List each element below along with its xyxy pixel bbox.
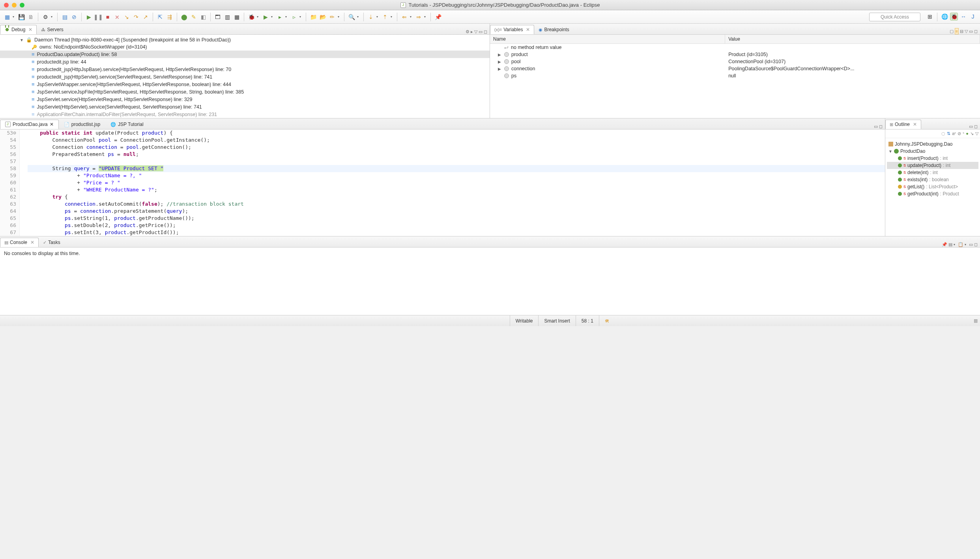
stack-frame-row[interactable]: ≡ApplicationFilterChain.internalDoFilter… xyxy=(0,111,490,118)
close-icon[interactable]: ✕ xyxy=(50,122,54,127)
drop-to-frame-button[interactable]: ⇱ xyxy=(156,13,164,21)
java-ee-perspective-button[interactable]: 🌐 xyxy=(941,13,948,21)
collapse-all-icon[interactable]: ⊟ xyxy=(960,29,963,34)
minimize-window-button[interactable] xyxy=(12,3,17,8)
stack-frame-row[interactable]: ≡JspServlet.service(HttpServletRequest, … xyxy=(0,96,490,103)
stack-frame-row[interactable]: ≡JspServletWrapper.service(HttpServletRe… xyxy=(0,81,490,88)
new-package-button[interactable]: 📁 xyxy=(309,13,317,21)
console-tab[interactable]: ▤ Console ✕ xyxy=(0,238,39,247)
outline-class[interactable]: ▼ ProductDao xyxy=(887,148,978,155)
step-return-button[interactable]: ↗ xyxy=(142,13,150,21)
sort-alpha-icon[interactable]: aᶻ xyxy=(952,131,956,136)
run-on-server-button[interactable]: ▹ xyxy=(290,13,298,21)
maximize-icon[interactable]: ◻ xyxy=(974,124,978,129)
close-window-button[interactable] xyxy=(4,3,9,8)
search-button[interactable]: 🔍 xyxy=(348,13,355,21)
new-class-button[interactable]: 📂 xyxy=(319,13,327,21)
skip-breakpoints-button[interactable]: ⊘ xyxy=(70,13,78,21)
stack-frame-row[interactable]: ≡productedit_jsp(HttpJspBase).service(Ht… xyxy=(0,66,490,73)
code-editor[interactable]: 53⊖5455565758596061626364656667 public s… xyxy=(0,129,885,236)
build-button[interactable]: ⚙ xyxy=(41,13,49,21)
minimize-icon[interactable]: ▭ xyxy=(874,124,878,129)
mark-button[interactable]: ✎ xyxy=(190,13,198,21)
expand-icon[interactable]: ▼ xyxy=(20,38,24,42)
debug-toolbar-icon[interactable]: ▸ xyxy=(471,29,473,34)
outline-method[interactable]: Sexists(int) : boolean xyxy=(887,176,978,183)
stack-frame-row[interactable]: ≡productedit.jsp line: 44 xyxy=(0,58,490,66)
servers-tab[interactable]: 🖧 Servers xyxy=(37,25,67,34)
toggle-button[interactable]: ◧ xyxy=(199,13,207,21)
editor-tab[interactable]: 🌐 JSP Tutorial xyxy=(105,120,148,129)
debug-tab[interactable]: Debug ✕ xyxy=(0,25,37,34)
brush-button[interactable]: ✏ xyxy=(328,13,336,21)
editor-tab[interactable]: 📄 productlist.jsp xyxy=(59,120,105,129)
expand-icon[interactable]: ▶ xyxy=(498,67,502,71)
step-into-button[interactable]: ↘ xyxy=(123,13,131,21)
maximize-icon[interactable]: ◻ xyxy=(974,242,978,247)
debug-stack-tree[interactable]: ▼ 🔒 Daemon Thread [http-nio-8080-exec-4]… xyxy=(0,35,490,118)
maximize-icon[interactable]: ◻ xyxy=(484,29,487,34)
hide-non-public-icon[interactable]: ● xyxy=(966,131,969,136)
hide-fields-icon[interactable]: ⊘ xyxy=(958,131,961,136)
owns-row[interactable]: 🔑 owns: NioEndpoint$NioSocketWrapper (id… xyxy=(0,43,490,51)
minimize-icon[interactable]: ▭ xyxy=(969,29,973,34)
minimize-icon[interactable]: ▭ xyxy=(969,124,973,129)
status-build-icon[interactable]: 🛠 xyxy=(599,315,615,326)
back-button[interactable]: ⇐ xyxy=(400,13,408,21)
show-type-names-icon[interactable]: ▢ xyxy=(950,29,954,34)
variable-row[interactable]: ▶connection PoolingDataSource$PoolGuardC… xyxy=(490,65,980,72)
outline-method[interactable]: Sdelete(int) : int xyxy=(887,169,978,176)
col-value-header[interactable]: Value xyxy=(725,35,980,43)
terminate-button[interactable]: ■ xyxy=(104,13,112,21)
hide-local-icon[interactable]: ↘ xyxy=(970,131,974,136)
outline-tab[interactable]: ⊞ Outline ✕ xyxy=(885,120,921,129)
expand-icon[interactable]: ▼ xyxy=(888,149,892,154)
outline-method[interactable]: SgetList() : List<Product> xyxy=(887,183,978,190)
outline-package[interactable]: Johnny.JSPDebugging.Dao xyxy=(887,141,978,148)
code-content[interactable]: public static int update(Product product… xyxy=(20,129,885,236)
java-perspective-button[interactable]: J xyxy=(969,13,977,21)
close-icon[interactable]: ✕ xyxy=(526,27,530,32)
open-perspective-button[interactable]: ⊞ xyxy=(926,13,934,21)
git-perspective-button[interactable]: ↔ xyxy=(959,13,967,21)
variables-tab[interactable]: (x)= Variables ✕ xyxy=(490,25,534,34)
coverage-button[interactable]: ▥ xyxy=(223,13,231,21)
trim-icon[interactable]: ▥ xyxy=(974,318,978,323)
view-menu-icon[interactable]: ▽ xyxy=(975,131,978,136)
minimize-icon[interactable]: ▭ xyxy=(969,242,973,247)
debug-menu-button[interactable]: 🐞 xyxy=(247,13,255,21)
save-button[interactable]: 💾 xyxy=(17,13,25,21)
variable-row[interactable]: ⮐no method return value xyxy=(490,44,980,51)
forward-button[interactable]: ⇒ xyxy=(415,13,423,21)
quick-access-input[interactable]: Quick Access xyxy=(869,13,920,21)
expand-icon[interactable]: ▶ xyxy=(498,60,502,64)
new-button[interactable]: ▦ xyxy=(3,13,11,21)
tasks-tab[interactable]: ✓ Tasks xyxy=(39,238,65,247)
prev-annotation-button[interactable]: ⇡ xyxy=(381,13,389,21)
zoom-window-button[interactable] xyxy=(20,3,24,8)
col-name-header[interactable]: Name xyxy=(490,35,725,43)
stack-frame-row[interactable]: ≡JspServlet.serviceJspFile(HttpServletRe… xyxy=(0,88,490,96)
pin-button[interactable]: 📌 xyxy=(434,13,442,21)
close-icon[interactable]: ✕ xyxy=(913,122,917,127)
profile-button[interactable]: ▦ xyxy=(233,13,241,21)
outline-tree[interactable]: Johnny.JSPDebugging.Dao ▼ ProductDao Sin… xyxy=(885,138,980,236)
next-annotation-button[interactable]: ⇣ xyxy=(367,13,375,21)
breakpoints-tab[interactable]: ◉ Breakpoints xyxy=(534,25,573,34)
variable-row[interactable]: ▶product Product (id=3105) xyxy=(490,51,980,58)
resume-button[interactable]: ▶ xyxy=(85,13,93,21)
save-all-button[interactable]: 🗎 xyxy=(27,13,35,21)
suspend-button[interactable]: ❚❚ xyxy=(94,13,102,21)
minimize-icon[interactable]: ▭ xyxy=(479,29,483,34)
close-icon[interactable]: ✕ xyxy=(28,27,32,32)
disconnect-button[interactable]: ⤫ xyxy=(113,13,121,21)
display-console-icon[interactable]: ▤ xyxy=(948,242,952,247)
stack-frame-row[interactable]: ≡productedit_jsp(HttpServlet).service(Se… xyxy=(0,73,490,81)
show-logical-icon[interactable]: ≡ xyxy=(955,28,959,34)
outline-method[interactable]: Sinsert(Product) : int xyxy=(887,155,978,162)
run-last-button[interactable]: ▸ xyxy=(276,13,284,21)
maximize-icon[interactable]: ◻ xyxy=(879,124,883,129)
variable-row[interactable]: ps null xyxy=(490,72,980,79)
debug-perspective-button[interactable]: 🐞 xyxy=(950,13,958,21)
view-menu-icon[interactable]: ▽ xyxy=(474,29,477,34)
